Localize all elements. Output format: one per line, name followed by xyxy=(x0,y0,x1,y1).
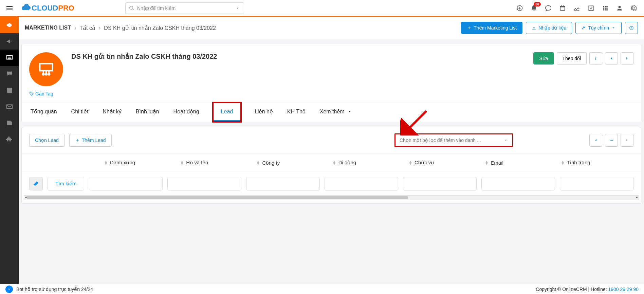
calendar-button[interactable] xyxy=(559,5,566,12)
notifications-button[interactable]: 38 xyxy=(531,5,537,12)
customize-button[interactable]: Tùy chỉnh xyxy=(575,22,622,34)
col-fullname[interactable]: ▲▼Họ và tên xyxy=(177,157,253,168)
add-marketing-list-button[interactable]: Thêm Marketing List xyxy=(461,22,522,34)
sidebar-item-news[interactable] xyxy=(0,115,19,131)
messenger-bolt-icon xyxy=(7,287,12,292)
next-record-button[interactable] xyxy=(621,52,633,65)
edit-button[interactable]: Sửa xyxy=(533,52,554,65)
sidebar xyxy=(0,17,19,284)
add-button[interactable] xyxy=(516,5,523,12)
chart-icon xyxy=(573,5,580,12)
topbar: CLOUDPRO Nhập để tìm kiếm 38 xyxy=(0,0,644,17)
breadcrumb-level1[interactable]: Tất cả xyxy=(79,25,95,31)
filter-title-input[interactable] xyxy=(403,177,477,190)
horizontal-scrollbar[interactable]: ◄ ► xyxy=(24,195,639,200)
tab-more[interactable]: Xem thêm xyxy=(318,103,353,122)
col-email[interactable]: ▲▼Email xyxy=(481,157,557,168)
tab-raw[interactable]: KH Thô xyxy=(286,103,307,122)
search-button[interactable]: Tìm kiếm xyxy=(48,177,84,190)
scrollbar-thumb[interactable] xyxy=(27,196,408,199)
svg-point-1 xyxy=(9,57,10,58)
tab-activity[interactable]: Hoạt động xyxy=(172,102,201,122)
news-icon xyxy=(6,119,13,127)
filter-salutation-input[interactable] xyxy=(89,177,163,190)
tab-contact[interactable]: Liên hệ xyxy=(253,102,274,122)
tab-overview[interactable]: Tổng quan xyxy=(29,102,58,122)
copyright-text: Copyright © OnlineCRM xyxy=(536,287,587,292)
sidebar-item-chat[interactable] xyxy=(0,66,19,82)
svg-point-2 xyxy=(10,57,11,58)
chevron-right-icon xyxy=(625,138,629,143)
sort-icon: ▲▼ xyxy=(180,161,184,165)
list-next-button[interactable] xyxy=(621,134,633,147)
sidebar-item-plugins[interactable] xyxy=(0,131,19,147)
choose-lead-button[interactable]: Chọn Lead xyxy=(29,134,65,147)
filter-company-input[interactable] xyxy=(246,177,320,190)
list-prev-button[interactable] xyxy=(589,134,602,147)
follow-button[interactable]: Theo dõi xyxy=(557,52,587,65)
main: MARKETING LIST › Tất cả › DS KH gửi tin … xyxy=(19,17,644,284)
import-button[interactable]: Nhập dữ liệu xyxy=(526,22,572,34)
search-icon xyxy=(129,5,134,11)
footer: Bot hỗ trợ sử dụng trực tuyến 24/24 Copy… xyxy=(0,284,644,294)
col-title[interactable]: ▲▼Chức vụ xyxy=(405,157,481,168)
sidebar-item-marketing[interactable] xyxy=(0,17,19,33)
logo-text-pro: PRO xyxy=(58,4,74,12)
cloud-icon xyxy=(21,3,32,13)
book-icon xyxy=(6,87,13,94)
settings-button[interactable] xyxy=(630,5,637,12)
col-status[interactable]: ▲▼Tình trạng xyxy=(557,157,633,168)
tab-detail[interactable]: Chi tiết xyxy=(70,102,90,122)
sort-icon: ▲▼ xyxy=(408,161,412,165)
add-lead-button[interactable]: Thêm Lead xyxy=(69,134,112,147)
more-actions-button[interactable] xyxy=(589,52,602,65)
list-more-button[interactable] xyxy=(605,134,618,147)
tab-lead[interactable]: Lead xyxy=(214,103,241,121)
announcement-icon xyxy=(6,38,13,45)
assign-tag-link[interactable]: Gán Tag xyxy=(29,91,53,96)
filter-status-input[interactable] xyxy=(560,177,633,190)
sidebar-item-campaigns[interactable] xyxy=(0,33,19,50)
messenger-icon[interactable] xyxy=(5,286,13,293)
clear-filters-button[interactable] xyxy=(29,177,43,190)
analytics-button[interactable] xyxy=(573,5,580,12)
download-icon xyxy=(532,25,536,30)
col-salutation[interactable]: ▲▼Danh xưng xyxy=(100,157,177,168)
tab-log[interactable]: Nhật ký xyxy=(102,102,123,122)
filter-fullname-input[interactable] xyxy=(167,177,241,190)
prev-record-button[interactable] xyxy=(605,52,618,65)
breadcrumb-root[interactable]: MARKETING LIST xyxy=(25,25,71,31)
svg-point-10 xyxy=(30,92,31,93)
global-search[interactable]: Nhập để tìm kiếm xyxy=(125,2,244,14)
profile-button[interactable] xyxy=(616,5,623,12)
filter-email-input[interactable] xyxy=(481,177,555,190)
people-board-icon xyxy=(6,54,13,61)
chat-button[interactable] xyxy=(545,5,552,12)
filter-mobile-input[interactable] xyxy=(325,177,398,190)
top-icons: 38 xyxy=(516,5,640,12)
chevron-left-icon xyxy=(609,56,614,61)
tab-comment[interactable]: Bình luận xyxy=(134,102,161,122)
notification-badge: 38 xyxy=(534,2,541,6)
svg-point-0 xyxy=(7,57,8,58)
logo-text-cloud: CLOUD xyxy=(32,4,58,12)
col-company[interactable]: ▲▼Công ty xyxy=(253,157,329,168)
chevron-left-icon xyxy=(593,138,598,143)
record-avatar xyxy=(29,52,63,86)
tasks-button[interactable] xyxy=(588,5,594,12)
gear-icon xyxy=(630,5,637,12)
help-button[interactable] xyxy=(625,22,638,34)
eraser-icon xyxy=(33,181,39,187)
hamburger-menu[interactable] xyxy=(0,0,19,17)
logo[interactable]: CLOUDPRO xyxy=(21,3,74,13)
filter-select[interactable]: Chọn một bộ lọc để thêm vào danh ... xyxy=(394,133,513,147)
sidebar-item-mail[interactable] xyxy=(0,98,19,115)
col-mobile[interactable]: ▲▼Di động xyxy=(329,157,405,168)
breadcrumb-level2: DS KH gửi tin nhắn Zalo CSKH tháng 03/20… xyxy=(104,25,216,31)
sidebar-item-book[interactable] xyxy=(0,82,19,98)
apps-button[interactable] xyxy=(602,5,609,12)
sidebar-item-lists[interactable] xyxy=(0,50,19,66)
svg-point-8 xyxy=(595,58,596,59)
breadcrumb: MARKETING LIST › Tất cả › DS KH gửi tin … xyxy=(25,25,216,31)
hotline-link[interactable]: 1900 29 29 90 xyxy=(608,287,639,292)
